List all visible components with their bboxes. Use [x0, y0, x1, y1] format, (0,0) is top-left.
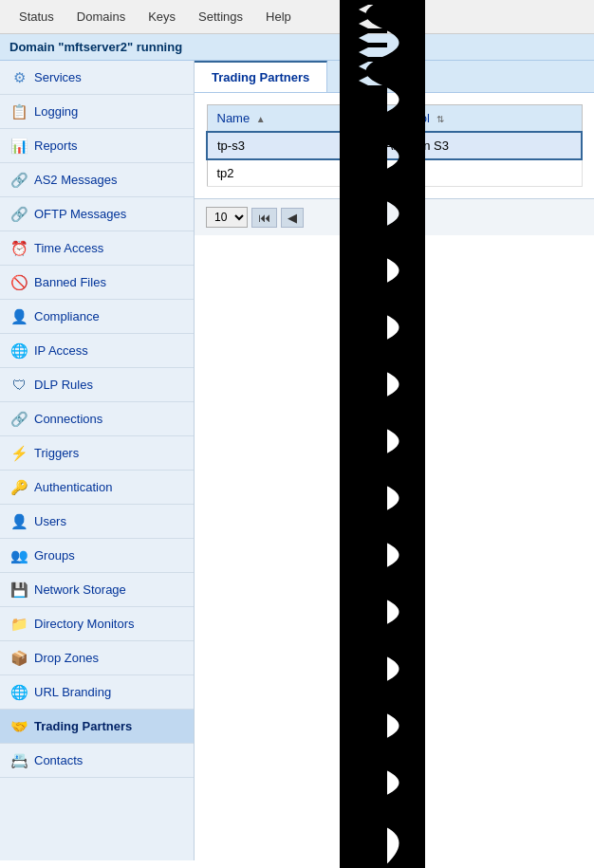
sidebar-label-dropzones: Drop Zones [34, 651, 99, 665]
content-area: Trading Partners Name ▲ Protocol ⇅ [195, 61, 594, 860]
first-page-button[interactable]: ⏮ [251, 208, 277, 228]
timeaccess-icon: ⏰ [9, 239, 28, 258]
as2messages-icon: 🔗 [9, 171, 28, 190]
sidebar-item-bannedfiles[interactable]: 🚫Banned Files [0, 266, 194, 300]
sidebar-label-ipaccess: IP Access [34, 343, 88, 358]
sidebar-label-authentication: Authentication [34, 480, 112, 494]
sidebar-item-compliance[interactable]: 👤Compliance [0, 300, 194, 334]
sidebar-item-oftpmessages[interactable]: 🔗OFTP Messages [0, 197, 194, 231]
bannedfiles-icon: 🚫 [9, 273, 28, 292]
tab-trading-partners[interactable]: Trading Partners [195, 61, 327, 92]
sidebar-label-logging: Logging [34, 104, 78, 119]
sidebar-label-oftpmessages: OFTP Messages [34, 207, 126, 221]
col-protocol-sort-icon: ⇅ [436, 114, 444, 124]
sidebar-label-dlprules: DLP Rules [34, 378, 93, 392]
sidebar-label-networkstorage: Network Storage [34, 582, 126, 597]
reports-icon: 📊 [9, 137, 28, 156]
sidebar-item-dlprules[interactable]: 🛡DLP Rules [0, 368, 194, 402]
sidebar-label-bannedfiles: Banned Files [34, 275, 106, 289]
sidebar-item-connections[interactable]: 🔗Connections [0, 402, 194, 436]
tab-header: Trading Partners [195, 61, 594, 93]
nav-keys[interactable]: Keys [137, 4, 187, 29]
sidebar-item-contacts[interactable]: 📇Contacts [0, 744, 194, 778]
sidebar-item-as2messages[interactable]: 🔗AS2 Messages [0, 163, 194, 197]
trading-partners-table: Name ▲ Protocol ⇅ tp-s3Amazon S3tp2AS2 [206, 104, 583, 187]
top-navigation: Status Domains Keys Settings Help [0, 0, 594, 34]
services-icon: ⚙ [9, 68, 28, 87]
logging-icon: 📋 [9, 102, 28, 121]
ipaccess-icon: 🌐 [9, 342, 28, 360]
contacts-icon: 📇 [9, 751, 28, 770]
sidebar-item-reports[interactable]: 📊Reports [0, 129, 194, 163]
sidebar-label-reports: Reports [34, 139, 78, 153]
sidebar-label-connections: Connections [34, 412, 102, 426]
sidebar-item-networkstorage[interactable]: 💾Network Storage [0, 573, 194, 607]
triggers-icon: ⚡ [9, 444, 28, 463]
sidebar-label-services: Services [34, 70, 82, 84]
networkstorage-icon: 💾 [9, 581, 28, 600]
cell-protocol-0: Amazon S3 [375, 132, 582, 159]
sidebar-item-timeaccess[interactable]: ⏰Time Access [0, 231, 194, 266]
compliance-icon: 👤 [9, 307, 28, 326]
sidebar-item-services[interactable]: ⚙Services [0, 61, 194, 95]
table-container: Name ▲ Protocol ⇅ tp-s3Amazon S3tp2AS2 [195, 93, 594, 198]
users-icon: 👤 [9, 512, 28, 531]
domain-header: Domain "mftserver2" running [0, 34, 594, 61]
table-header-row: Name ▲ Protocol ⇅ [207, 105, 582, 133]
sidebar-item-authentication[interactable]: 🔑Authentication [0, 471, 194, 505]
sidebar-label-urlbranding: URL Branding [34, 685, 111, 699]
col-protocol[interactable]: Protocol ⇅ [375, 105, 582, 133]
sidebar-item-groups[interactable]: 👥Groups [0, 539, 194, 573]
sidebar-label-directorymonitors: Directory Monitors [34, 617, 134, 631]
dropzones-icon: 📦 [9, 649, 28, 668]
col-protocol-label: Protocol [384, 111, 430, 125]
pagination-bar: 10 25 50 ⏮ ◀ [195, 198, 594, 235]
table-row[interactable]: tp-s3Amazon S3 [207, 132, 582, 159]
nav-status[interactable]: Status [8, 4, 65, 29]
nav-settings[interactable]: Settings [187, 4, 254, 29]
urlbranding-icon: 🌐 [9, 683, 28, 702]
nav-domains[interactable]: Domains [65, 4, 137, 29]
sidebar-label-timeaccess: Time Access [34, 241, 103, 255]
cell-protocol-1: AS2 [375, 159, 582, 187]
sidebar-item-dropzones[interactable]: 📦Drop Zones [0, 641, 194, 675]
col-name-sort-icon: ▲ [256, 114, 266, 124]
sidebar-label-users: Users [34, 514, 66, 528]
sidebar-label-groups: Groups [34, 548, 75, 563]
sidebar-label-as2messages: AS2 Messages [34, 173, 117, 187]
cell-name-1: tp2 [207, 159, 375, 187]
col-name[interactable]: Name ▲ [207, 105, 375, 133]
sidebar-item-users[interactable]: 👤Users [0, 505, 194, 539]
col-name-label: Name [217, 111, 251, 125]
sidebar-item-directorymonitors[interactable]: 📁Directory Monitors [0, 607, 194, 641]
cell-name-0: tp-s3 [207, 132, 375, 159]
sidebar-label-contacts: Contacts [34, 753, 83, 767]
dlprules-icon: 🛡 [9, 376, 28, 395]
sidebar: ⚙Services📋Logging📊Reports🔗AS2 Messages🔗O… [0, 61, 195, 860]
sidebar-item-triggers[interactable]: ⚡Triggers [0, 436, 194, 471]
groups-icon: 👥 [9, 546, 28, 565]
directorymonitors-icon: 📁 [9, 615, 28, 634]
sidebar-label-tradingpartners: Trading Partners [34, 719, 132, 733]
sidebar-item-ipaccess[interactable]: 🌐IP Access [0, 334, 194, 368]
sidebar-item-logging[interactable]: 📋Logging [0, 95, 194, 129]
table-row[interactable]: tp2AS2 [207, 159, 582, 187]
prev-page-button[interactable]: ◀ [281, 208, 304, 228]
main-layout: ⚙Services📋Logging📊Reports🔗AS2 Messages🔗O… [0, 61, 594, 860]
connections-icon: 🔗 [9, 410, 28, 429]
authentication-icon: 🔑 [9, 478, 28, 497]
per-page-select[interactable]: 10 25 50 [206, 207, 248, 228]
oftpmessages-icon: 🔗 [9, 205, 28, 224]
sidebar-item-tradingpartners[interactable]: 🤝Trading Partners [0, 710, 194, 744]
sidebar-label-triggers: Triggers [34, 446, 79, 460]
nav-help[interactable]: Help [254, 4, 303, 29]
sidebar-label-compliance: Compliance [34, 309, 100, 323]
sidebar-item-urlbranding[interactable]: 🌐URL Branding [0, 675, 194, 710]
tradingpartners-icon: 🤝 [9, 717, 28, 736]
